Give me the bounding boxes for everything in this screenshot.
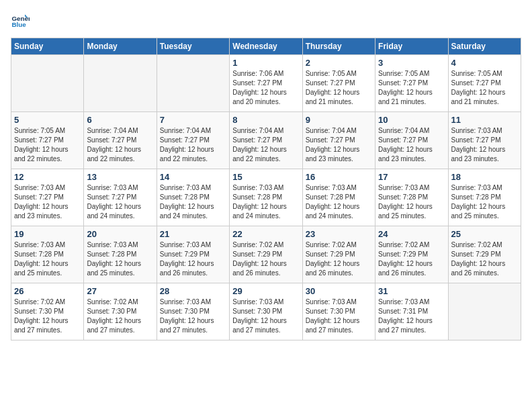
day-number: 19 <box>14 229 81 239</box>
day-number: 9 <box>306 115 372 125</box>
calendar-cell: 15Sunrise: 7:03 AM Sunset: 7:28 PM Dayli… <box>230 169 302 226</box>
day-number: 28 <box>160 286 226 296</box>
cell-info: Sunrise: 7:03 AM Sunset: 7:28 PM Dayligh… <box>14 240 81 278</box>
cell-info: Sunrise: 7:04 AM Sunset: 7:27 PM Dayligh… <box>232 126 299 164</box>
calendar-cell <box>157 55 229 112</box>
header-friday: Friday <box>375 38 448 55</box>
calendar-cell: 24Sunrise: 7:02 AM Sunset: 7:29 PM Dayli… <box>375 226 448 283</box>
calendar-cell <box>11 55 84 112</box>
calendar-cell <box>84 55 157 112</box>
day-number: 25 <box>451 229 518 239</box>
cell-info: Sunrise: 7:02 AM Sunset: 7:29 PM Dayligh… <box>232 240 299 278</box>
day-number: 17 <box>378 172 445 182</box>
calendar-cell: 3Sunrise: 7:05 AM Sunset: 7:27 PM Daylig… <box>375 55 448 112</box>
cell-info: Sunrise: 7:06 AM Sunset: 7:27 PM Dayligh… <box>232 69 299 107</box>
calendar-week-3: 12Sunrise: 7:03 AM Sunset: 7:27 PM Dayli… <box>11 169 521 226</box>
cell-info: Sunrise: 7:05 AM Sunset: 7:27 PM Dayligh… <box>451 69 518 107</box>
calendar-week-1: 1Sunrise: 7:06 AM Sunset: 7:27 PM Daylig… <box>11 55 521 112</box>
header-wednesday: Wednesday <box>230 38 302 55</box>
cell-info: Sunrise: 7:03 AM Sunset: 7:28 PM Dayligh… <box>87 240 153 278</box>
cell-info: Sunrise: 7:02 AM Sunset: 7:29 PM Dayligh… <box>451 240 518 278</box>
calendar-cell: 26Sunrise: 7:02 AM Sunset: 7:30 PM Dayli… <box>11 283 84 340</box>
cell-info: Sunrise: 7:05 AM Sunset: 7:27 PM Dayligh… <box>306 69 372 107</box>
day-number: 16 <box>306 172 372 182</box>
calendar-cell <box>448 283 521 340</box>
calendar-cell: 4Sunrise: 7:05 AM Sunset: 7:27 PM Daylig… <box>448 55 521 112</box>
calendar-cell: 29Sunrise: 7:03 AM Sunset: 7:30 PM Dayli… <box>230 283 302 340</box>
cell-info: Sunrise: 7:03 AM Sunset: 7:27 PM Dayligh… <box>451 126 518 164</box>
day-number: 14 <box>160 172 226 182</box>
day-number: 7 <box>160 115 226 125</box>
cell-info: Sunrise: 7:05 AM Sunset: 7:27 PM Dayligh… <box>14 126 81 164</box>
cell-info: Sunrise: 7:02 AM Sunset: 7:30 PM Dayligh… <box>87 298 153 335</box>
days-header-row: SundayMondayTuesdayWednesdayThursdayFrid… <box>11 38 521 55</box>
calendar-cell: 9Sunrise: 7:04 AM Sunset: 7:27 PM Daylig… <box>302 112 375 169</box>
calendar-cell: 19Sunrise: 7:03 AM Sunset: 7:28 PM Dayli… <box>11 226 84 283</box>
day-number: 11 <box>451 115 518 125</box>
header-monday: Monday <box>84 38 157 55</box>
day-number: 20 <box>87 229 153 239</box>
calendar-cell: 16Sunrise: 7:03 AM Sunset: 7:28 PM Dayli… <box>302 169 375 226</box>
calendar-cell: 12Sunrise: 7:03 AM Sunset: 7:27 PM Dayli… <box>11 169 84 226</box>
day-number: 24 <box>378 229 445 239</box>
calendar-cell: 25Sunrise: 7:02 AM Sunset: 7:29 PM Dayli… <box>448 226 521 283</box>
cell-info: Sunrise: 7:03 AM Sunset: 7:28 PM Dayligh… <box>378 183 445 221</box>
svg-text:Blue: Blue <box>11 21 26 28</box>
day-number: 27 <box>87 286 153 296</box>
day-number: 31 <box>378 286 445 296</box>
calendar-cell: 30Sunrise: 7:03 AM Sunset: 7:30 PM Dayli… <box>302 283 375 340</box>
day-number: 2 <box>306 58 372 68</box>
cell-info: Sunrise: 7:02 AM Sunset: 7:29 PM Dayligh… <box>378 240 445 278</box>
day-number: 8 <box>232 115 299 125</box>
calendar-cell: 22Sunrise: 7:02 AM Sunset: 7:29 PM Dayli… <box>230 226 302 283</box>
calendar-cell: 1Sunrise: 7:06 AM Sunset: 7:27 PM Daylig… <box>230 55 302 112</box>
cell-info: Sunrise: 7:03 AM Sunset: 7:28 PM Dayligh… <box>306 183 372 221</box>
page-header: General Blue <box>11 11 521 30</box>
calendar-cell: 8Sunrise: 7:04 AM Sunset: 7:27 PM Daylig… <box>230 112 302 169</box>
calendar-cell: 10Sunrise: 7:04 AM Sunset: 7:27 PM Dayli… <box>375 112 448 169</box>
day-number: 18 <box>451 172 518 182</box>
calendar-week-4: 19Sunrise: 7:03 AM Sunset: 7:28 PM Dayli… <box>11 226 521 283</box>
day-number: 6 <box>87 115 153 125</box>
cell-info: Sunrise: 7:03 AM Sunset: 7:28 PM Dayligh… <box>160 183 226 221</box>
calendar-week-5: 26Sunrise: 7:02 AM Sunset: 7:30 PM Dayli… <box>11 283 521 340</box>
cell-info: Sunrise: 7:03 AM Sunset: 7:27 PM Dayligh… <box>14 183 81 221</box>
day-number: 29 <box>232 286 299 296</box>
day-number: 22 <box>232 229 299 239</box>
calendar-cell: 18Sunrise: 7:03 AM Sunset: 7:28 PM Dayli… <box>448 169 521 226</box>
cell-info: Sunrise: 7:03 AM Sunset: 7:28 PM Dayligh… <box>451 183 518 221</box>
calendar-cell: 11Sunrise: 7:03 AM Sunset: 7:27 PM Dayli… <box>448 112 521 169</box>
day-number: 15 <box>232 172 299 182</box>
day-number: 1 <box>232 58 299 68</box>
logo: General Blue <box>11 11 32 30</box>
cell-info: Sunrise: 7:03 AM Sunset: 7:30 PM Dayligh… <box>160 298 226 335</box>
header-sunday: Sunday <box>11 38 84 55</box>
calendar-cell: 6Sunrise: 7:04 AM Sunset: 7:27 PM Daylig… <box>84 112 157 169</box>
day-number: 30 <box>306 286 372 296</box>
cell-info: Sunrise: 7:03 AM Sunset: 7:28 PM Dayligh… <box>232 183 299 221</box>
cell-info: Sunrise: 7:03 AM Sunset: 7:30 PM Dayligh… <box>232 298 299 335</box>
cell-info: Sunrise: 7:05 AM Sunset: 7:27 PM Dayligh… <box>378 69 445 107</box>
calendar-cell: 14Sunrise: 7:03 AM Sunset: 7:28 PM Dayli… <box>157 169 229 226</box>
cell-info: Sunrise: 7:03 AM Sunset: 7:29 PM Dayligh… <box>160 240 226 278</box>
cell-info: Sunrise: 7:04 AM Sunset: 7:27 PM Dayligh… <box>160 126 226 164</box>
day-number: 26 <box>14 286 81 296</box>
day-number: 13 <box>87 172 153 182</box>
calendar-cell: 17Sunrise: 7:03 AM Sunset: 7:28 PM Dayli… <box>375 169 448 226</box>
cell-info: Sunrise: 7:04 AM Sunset: 7:27 PM Dayligh… <box>87 126 153 164</box>
day-number: 12 <box>14 172 81 182</box>
cell-info: Sunrise: 7:03 AM Sunset: 7:30 PM Dayligh… <box>306 298 372 335</box>
cell-info: Sunrise: 7:02 AM Sunset: 7:29 PM Dayligh… <box>306 240 372 278</box>
calendar-week-2: 5Sunrise: 7:05 AM Sunset: 7:27 PM Daylig… <box>11 112 521 169</box>
day-number: 3 <box>378 58 445 68</box>
calendar-cell: 13Sunrise: 7:03 AM Sunset: 7:27 PM Dayli… <box>84 169 157 226</box>
day-number: 23 <box>306 229 372 239</box>
calendar-cell: 20Sunrise: 7:03 AM Sunset: 7:28 PM Dayli… <box>84 226 157 283</box>
cell-info: Sunrise: 7:03 AM Sunset: 7:27 PM Dayligh… <box>87 183 153 221</box>
calendar-cell: 21Sunrise: 7:03 AM Sunset: 7:29 PM Dayli… <box>157 226 229 283</box>
logo-icon: General Blue <box>11 11 30 30</box>
header-tuesday: Tuesday <box>157 38 229 55</box>
header-thursday: Thursday <box>302 38 375 55</box>
calendar-cell: 23Sunrise: 7:02 AM Sunset: 7:29 PM Dayli… <box>302 226 375 283</box>
calendar-cell: 31Sunrise: 7:03 AM Sunset: 7:31 PM Dayli… <box>375 283 448 340</box>
